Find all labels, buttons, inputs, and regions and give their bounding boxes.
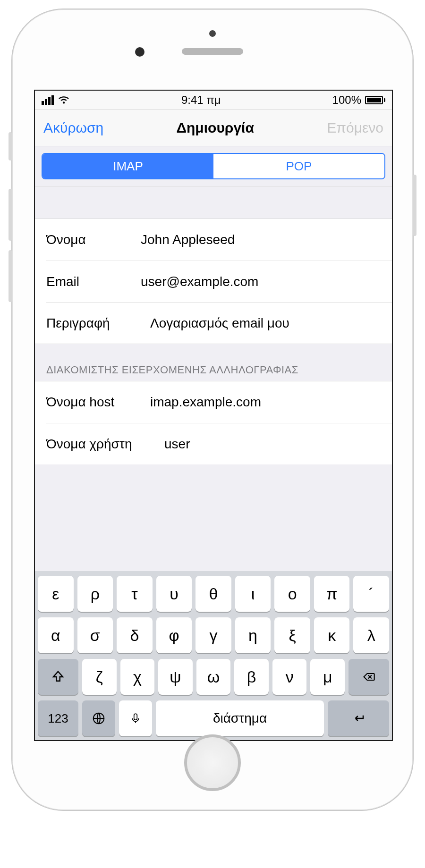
key-π[interactable]: π	[314, 576, 350, 612]
host-field[interactable]	[150, 395, 381, 410]
front-camera	[135, 47, 144, 57]
segment-imap[interactable]: IMAP	[42, 154, 213, 178]
numbers-key[interactable]: 123	[38, 700, 78, 736]
key-ο[interactable]: ο	[274, 576, 310, 612]
home-button[interactable]	[184, 734, 241, 791]
next-button[interactable]: Επόμενο	[327, 120, 383, 136]
key-τ[interactable]: τ	[117, 576, 153, 612]
segmented-control-container: IMAP POP	[35, 146, 392, 186]
section-gap	[35, 186, 392, 219]
cancel-button[interactable]: Ακύρωση	[43, 120, 103, 136]
name-label: Όνομα	[46, 232, 141, 247]
account-info-group: Όνομα Email Περιγραφή	[35, 219, 392, 344]
space-key[interactable]: διάστημα	[156, 700, 324, 736]
key-ν[interactable]: ν	[272, 659, 307, 695]
mute-switch	[8, 132, 12, 160]
battery-percentage: 100%	[332, 93, 361, 107]
keyboard: ερτυθιοπ´ ασδφγηξκλ ζχψωβνμ 123 διάστημα	[35, 571, 392, 740]
key-η[interactable]: η	[235, 617, 271, 653]
battery-icon	[365, 96, 385, 104]
key-υ[interactable]: υ	[156, 576, 192, 612]
description-field[interactable]	[150, 316, 381, 331]
key-λ[interactable]: λ	[353, 617, 389, 653]
incoming-server-group: Όνομα host Όνομα χρήστη	[35, 381, 392, 464]
username-field[interactable]	[164, 437, 381, 452]
key-φ[interactable]: φ	[156, 617, 192, 653]
key-ε[interactable]: ε	[38, 576, 74, 612]
key-α[interactable]: α	[38, 617, 74, 653]
key-γ[interactable]: γ	[196, 617, 231, 653]
wifi-icon	[58, 94, 70, 106]
description-label: Περιγραφή	[46, 316, 150, 331]
dictation-key[interactable]	[119, 700, 152, 736]
key-θ[interactable]: θ	[196, 576, 231, 612]
screen: 9:41 πμ 100% Ακύρωση Δημιουργία Επόμενο …	[34, 90, 393, 741]
email-row[interactable]: Email	[46, 261, 392, 302]
phone-frame: 9:41 πμ 100% Ακύρωση Δημιουργία Επόμενο …	[11, 8, 414, 811]
key-´[interactable]: ´	[353, 576, 389, 612]
proximity-sensor	[209, 30, 216, 37]
key-σ[interactable]: σ	[77, 617, 113, 653]
username-label: Όνομα χρήστη	[46, 437, 164, 452]
host-row[interactable]: Όνομα host	[35, 381, 392, 423]
key-δ[interactable]: δ	[117, 617, 153, 653]
status-time: 9:41 πμ	[181, 93, 221, 107]
description-row[interactable]: Περιγραφή	[46, 302, 392, 344]
earpiece-speaker	[182, 48, 243, 55]
key-ρ[interactable]: ρ	[77, 576, 113, 612]
host-label: Όνομα host	[46, 395, 150, 410]
key-ζ[interactable]: ζ	[82, 659, 117, 695]
username-row[interactable]: Όνομα χρήστη	[46, 423, 392, 464]
segment-pop[interactable]: POP	[213, 154, 384, 178]
email-label: Email	[46, 274, 141, 289]
key-ψ[interactable]: ψ	[158, 659, 193, 695]
key-χ[interactable]: χ	[120, 659, 155, 695]
account-type-segmented: IMAP POP	[42, 153, 385, 179]
svg-rect-1	[134, 714, 137, 720]
return-key[interactable]	[328, 700, 389, 736]
power-button	[413, 175, 416, 236]
shift-key[interactable]	[38, 659, 78, 695]
key-β[interactable]: β	[234, 659, 269, 695]
status-bar: 9:41 πμ 100%	[35, 91, 392, 110]
name-row[interactable]: Όνομα	[35, 219, 392, 261]
backspace-key[interactable]	[348, 659, 389, 695]
key-κ[interactable]: κ	[314, 617, 350, 653]
key-ω[interactable]: ω	[196, 659, 231, 695]
key-μ[interactable]: μ	[310, 659, 345, 695]
incoming-server-header: ΔΙΑΚΟΜΙΣΤΗΣ ΕΙΣΕΡΧΟΜΕΝΗΣ ΑΛΛΗΛΟΓΡΑΦΙΑΣ	[35, 344, 392, 381]
email-field[interactable]	[141, 274, 381, 289]
volume-down-button	[8, 250, 12, 302]
cellular-signal-icon	[42, 95, 54, 105]
key-ξ[interactable]: ξ	[274, 617, 310, 653]
page-title: Δημιουργία	[176, 120, 254, 136]
volume-up-button	[8, 189, 12, 241]
globe-key[interactable]	[82, 700, 115, 736]
name-field[interactable]	[141, 232, 381, 247]
key-ι[interactable]: ι	[235, 576, 271, 612]
navigation-bar: Ακύρωση Δημιουργία Επόμενο	[35, 110, 392, 146]
